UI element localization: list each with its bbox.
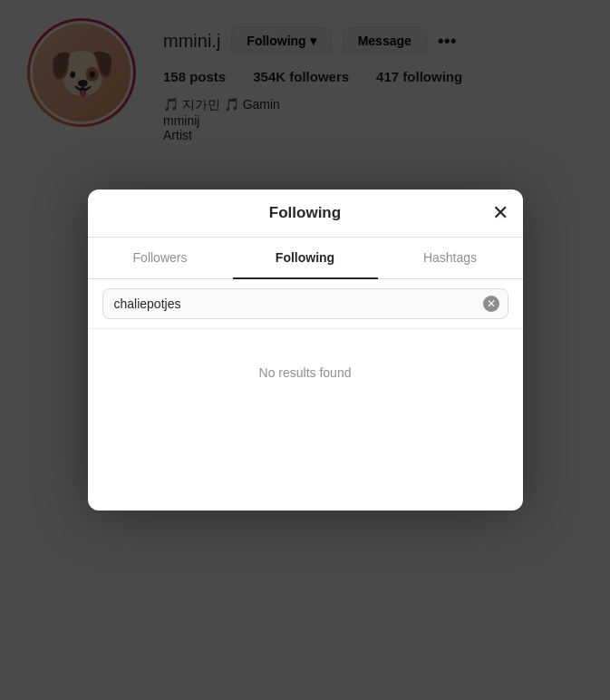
search-clear-button[interactable]: ✕	[483, 296, 499, 312]
tab-hashtags[interactable]: Hashtags	[378, 238, 523, 279]
following-modal: Following ✕ Followers Following Hashtags…	[88, 190, 523, 510]
modal-tabs: Followers Following Hashtags	[88, 238, 523, 279]
modal-close-button[interactable]: ✕	[492, 203, 508, 223]
results-list[interactable]: No results found	[88, 329, 523, 510]
no-results-message: No results found	[259, 365, 352, 380]
modal-title: Following	[269, 204, 341, 222]
modal-overlay: Following ✕ Followers Following Hashtags…	[0, 0, 610, 700]
tab-following[interactable]: Following	[233, 238, 378, 279]
search-section: ✕	[88, 279, 523, 329]
modal-header: Following ✕	[88, 190, 523, 238]
tab-followers[interactable]: Followers	[88, 238, 233, 279]
search-input[interactable]	[102, 288, 508, 319]
